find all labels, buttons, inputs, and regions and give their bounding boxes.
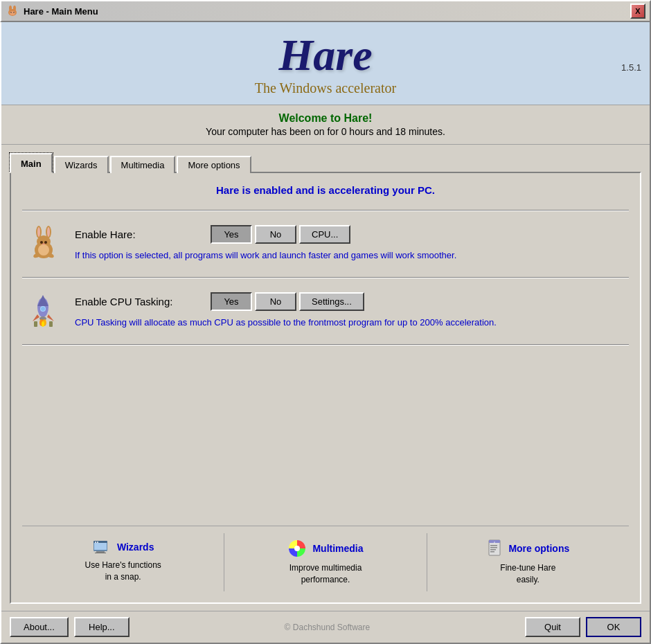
enable-cpu-content: Enable CPU Tasking: Yes No Settings... C…: [75, 292, 629, 329]
svg-point-9: [37, 227, 40, 237]
enable-cpu-settings[interactable]: Settings...: [299, 292, 364, 311]
tab-multimedia[interactable]: Multimedia: [110, 156, 176, 173]
links-row: Wizards Use Hare's functionsin a snap.: [22, 526, 629, 591]
close-button[interactable]: X: [630, 3, 645, 19]
app-subtitle: The Windows accelerator: [15, 80, 636, 96]
link-multimedia-header: Multimedia: [287, 539, 363, 558]
svg-point-36: [97, 542, 98, 543]
svg-point-12: [40, 241, 43, 244]
svg-rect-31: [94, 542, 107, 550]
enable-cpu-buttons: Yes No Settings...: [211, 292, 364, 311]
content-panel: Hare is enabled and is accelerating your…: [10, 172, 641, 604]
svg-rect-43: [490, 547, 497, 548]
link-wizards-header: Wizards: [92, 539, 154, 555]
enable-hare-no[interactable]: No: [255, 225, 296, 244]
divider-2: [22, 277, 629, 278]
title-bar-text: Hare - Main Menu: [24, 6, 98, 17]
enable-hare-buttons: Yes No CPU...: [211, 225, 350, 244]
app-title: Hare: [15, 33, 636, 78]
header-section: Hare The Windows accelerator: [1, 22, 650, 105]
version-badge: 1.5.1: [621, 62, 641, 73]
link-wizards[interactable]: Wizards Use Hare's functionsin a snap.: [22, 533, 224, 591]
svg-point-23: [41, 307, 45, 311]
tab-more-options[interactable]: More options: [177, 156, 251, 173]
quit-button[interactable]: Quit: [525, 617, 580, 637]
link-more-options-header: f More options: [486, 539, 569, 558]
enable-cpu-no[interactable]: No: [255, 292, 296, 311]
enable-cpu-header: Enable CPU Tasking: Yes No Settings...: [75, 292, 629, 311]
footer: About... Help... © Dachshund Software Qu…: [1, 611, 650, 643]
link-multimedia[interactable]: Multimedia Improve multimediaperformance…: [224, 533, 427, 591]
svg-point-3: [10, 11, 15, 15]
svg-marker-20: [33, 314, 39, 321]
svg-marker-19: [37, 295, 48, 306]
rabbit-icon: [24, 225, 62, 263]
svg-rect-45: [490, 551, 494, 553]
copyright: © Dachshund Software: [135, 623, 519, 632]
link-multimedia-title[interactable]: Multimedia: [312, 543, 363, 554]
link-more-options[interactable]: f More options Fine-tune Hareeasily.: [427, 533, 629, 591]
svg-point-38: [294, 546, 300, 551]
enable-hare-content: Enable Hare: Yes No CPU... If this optio…: [75, 225, 629, 262]
svg-point-15: [38, 244, 49, 256]
link-wizards-title[interactable]: Wizards: [117, 542, 154, 553]
svg-rect-28: [34, 321, 37, 327]
app-icon: [6, 4, 19, 18]
divider-3: [22, 344, 629, 346]
about-button[interactable]: About...: [10, 617, 69, 637]
link-more-options-title[interactable]: More options: [508, 543, 569, 554]
cpu-icon-container: [22, 292, 64, 330]
tab-wizards[interactable]: Wizards: [54, 156, 109, 173]
enable-hare-yes[interactable]: Yes: [211, 225, 252, 244]
footer-right: Quit OK: [525, 617, 641, 637]
welcome-title: Welcome to Hare!: [15, 112, 636, 125]
svg-rect-44: [490, 549, 496, 551]
status-message: Hare is enabled and is accelerating your…: [22, 184, 629, 196]
link-wizards-desc: Use Hare's functionsin a snap.: [84, 560, 161, 583]
wizards-icon: [92, 539, 112, 555]
enable-hare-row: Enable Hare: Yes No CPU... If this optio…: [22, 217, 629, 271]
window-body: Hare The Windows accelerator 1.5.1 Welco…: [0, 22, 651, 644]
svg-rect-34: [95, 553, 106, 553]
divider-1: [22, 210, 629, 211]
title-bar-left: Hare - Main Menu: [6, 4, 98, 18]
enable-cpu-row: Enable CPU Tasking: Yes No Settings... C…: [22, 284, 629, 339]
link-multimedia-desc: Improve multimediaperformance.: [289, 562, 362, 586]
enable-hare-cpu[interactable]: CPU...: [299, 225, 350, 244]
svg-point-35: [95, 542, 96, 543]
welcome-message: Your computer has been on for 0 hours an…: [15, 126, 636, 137]
svg-point-13: [44, 241, 47, 244]
welcome-section: Welcome to Hare! Your computer has been …: [1, 105, 650, 145]
svg-rect-33: [96, 551, 105, 553]
enable-hare-label: Enable Hare:: [75, 229, 199, 240]
ok-button[interactable]: OK: [586, 617, 641, 637]
svg-rect-29: [49, 321, 53, 327]
svg-point-11: [47, 227, 50, 237]
enable-cpu-description: CPU Tasking will allocate as much CPU as…: [75, 316, 629, 329]
svg-point-4: [10, 12, 12, 13]
link-more-options-desc: Fine-tune Hareeasily.: [500, 562, 555, 586]
enable-cpu-label: Enable CPU Tasking:: [75, 296, 199, 307]
more-options-icon: f: [486, 539, 503, 558]
svg-rect-42: [490, 545, 497, 546]
svg-point-5: [13, 12, 15, 13]
title-bar: Hare - Main Menu X: [0, 0, 651, 22]
enable-hare-description: If this option is selected, all programs…: [75, 249, 629, 262]
enable-hare-header: Enable Hare: Yes No CPU...: [75, 225, 629, 244]
svg-point-1: [9, 6, 12, 11]
rocket-icon: [24, 292, 62, 330]
svg-marker-21: [47, 314, 54, 321]
hare-icon-container: [22, 225, 64, 263]
tab-main[interactable]: Main: [10, 153, 53, 173]
help-button[interactable]: Help...: [74, 617, 130, 637]
svg-point-2: [13, 6, 16, 11]
header-wrapper: Hare The Windows accelerator 1.5.1: [1, 22, 650, 105]
multimedia-icon: [287, 539, 307, 558]
enable-cpu-yes[interactable]: Yes: [211, 292, 252, 311]
tab-bar: Main Wizards Multimedia More options: [1, 145, 650, 172]
svg-point-27: [42, 321, 44, 327]
